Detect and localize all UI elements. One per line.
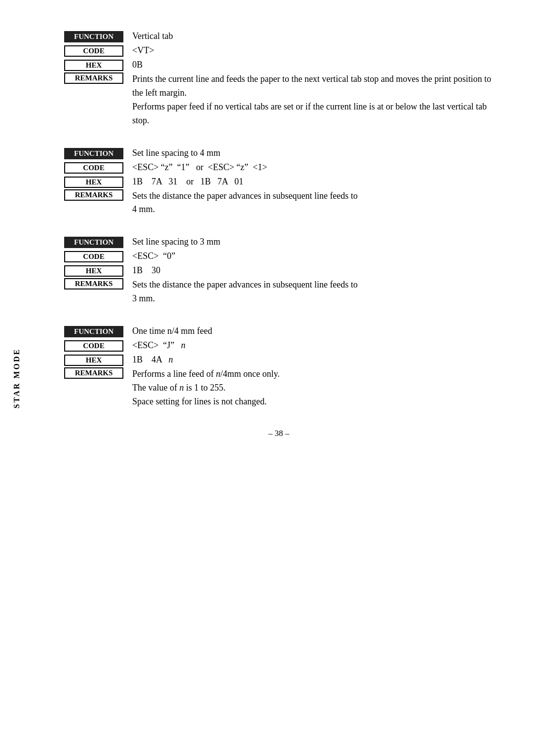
remarks-row-1: REMARKS Prints the current line and feed… xyxy=(64,72,494,128)
code-value-3: <ESC> “0” xyxy=(132,250,175,263)
remarks-value-3: Sets the distance the paper advances in … xyxy=(132,278,358,306)
function-label-2: FUNCTION xyxy=(64,148,123,159)
hex-row-3: HEX 1B 30 xyxy=(64,264,494,277)
code-label-3: CODE xyxy=(64,251,123,262)
code-value-1: <VT> xyxy=(132,44,154,57)
hex-row-4: HEX 1B 4A n xyxy=(64,353,494,366)
entry-n4mm-feed: FUNCTION One time n/4 mm feed CODE <ESC>… xyxy=(64,324,494,409)
remarks-value-2: Sets the distance the paper advances in … xyxy=(132,189,358,217)
function-label-3: FUNCTION xyxy=(64,237,123,248)
function-row-3: FUNCTION Set line spacing to 3 mm xyxy=(64,235,494,249)
function-label-1: FUNCTION xyxy=(64,31,123,42)
hex-label-2: HEX xyxy=(64,177,123,188)
sidebar-label: STAR MODE xyxy=(12,348,21,408)
code-label-1: CODE xyxy=(64,45,123,57)
code-value-4: <ESC> “J” n xyxy=(132,339,186,352)
hex-label-4: HEX xyxy=(64,355,123,366)
function-row-4: FUNCTION One time n/4 mm feed xyxy=(64,324,494,338)
hex-value-3: 1B 30 xyxy=(132,264,160,277)
code-label-4: CODE xyxy=(64,340,123,352)
entry-vertical-tab: FUNCTION Vertical tab CODE <VT> HEX 0B R… xyxy=(64,30,494,128)
remarks-value-4: Performs a line feed of n/4mm once only.… xyxy=(132,367,280,409)
page: STAR MODE FUNCTION Vertical tab CODE <VT… xyxy=(0,0,533,756)
code-row-1: CODE <VT> xyxy=(64,44,494,57)
remarks-label-4: REMARKS xyxy=(64,367,123,379)
hex-value-4: 1B 4A n xyxy=(132,353,173,366)
remarks-row-2: REMARKS Sets the distance the paper adva… xyxy=(64,189,494,217)
entry-linespacing-4mm: FUNCTION Set line spacing to 4 mm CODE <… xyxy=(64,146,494,217)
hex-label-1: HEX xyxy=(64,60,123,71)
function-value-4: One time n/4 mm feed xyxy=(132,324,212,338)
function-value-1: Vertical tab xyxy=(132,30,173,43)
code-label-2: CODE xyxy=(64,162,123,174)
code-row-4: CODE <ESC> “J” n xyxy=(64,339,494,352)
hex-label-3: HEX xyxy=(64,265,123,277)
function-label-4: FUNCTION xyxy=(64,326,123,337)
hex-value-2: 1B 7A 31 or 1B 7A 01 xyxy=(132,175,243,188)
code-row-3: CODE <ESC> “0” xyxy=(64,250,494,263)
remarks-row-3: REMARKS Sets the distance the paper adva… xyxy=(64,278,494,306)
remarks-label-1: REMARKS xyxy=(64,72,123,84)
hex-row-2: HEX 1B 7A 31 or 1B 7A 01 xyxy=(64,175,494,188)
entry-linespacing-3mm: FUNCTION Set line spacing to 3 mm CODE <… xyxy=(64,235,494,306)
main-content: FUNCTION Vertical tab CODE <VT> HEX 0B R… xyxy=(64,30,494,438)
remarks-label-2: REMARKS xyxy=(64,189,123,201)
function-row-2: FUNCTION Set line spacing to 4 mm xyxy=(64,146,494,160)
function-value-2: Set line spacing to 4 mm xyxy=(132,146,220,160)
remarks-row-4: REMARKS Performs a line feed of n/4mm on… xyxy=(64,367,494,409)
code-value-2: <ESC> “z” “1” or <ESC> “z” <1> xyxy=(132,161,267,174)
code-row-2: CODE <ESC> “z” “1” or <ESC> “z” <1> xyxy=(64,161,494,174)
hex-value-1: 0B xyxy=(132,58,143,72)
hex-row-1: HEX 0B xyxy=(64,58,494,72)
page-number: – 38 – xyxy=(64,429,494,438)
remarks-label-3: REMARKS xyxy=(64,278,123,289)
function-row-1: FUNCTION Vertical tab xyxy=(64,30,494,43)
function-value-3: Set line spacing to 3 mm xyxy=(132,235,220,249)
remarks-value-1: Prints the current line and feeds the pa… xyxy=(132,72,494,128)
